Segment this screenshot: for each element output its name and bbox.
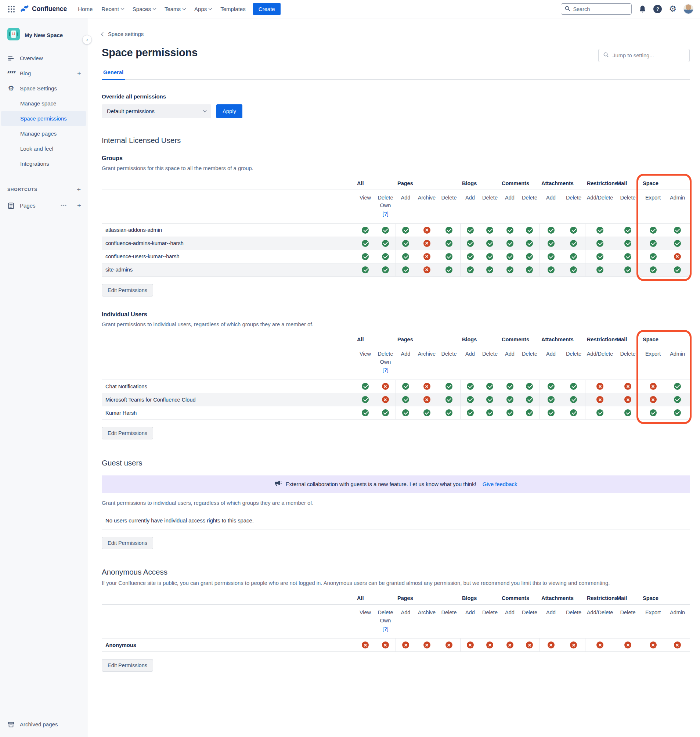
- nav-item-teams[interactable]: Teams: [160, 0, 190, 18]
- top-navigation: Confluence HomeRecentSpacesTeamsAppsTemp…: [0, 0, 700, 18]
- column-add: Add: [460, 605, 480, 638]
- edit-groups-permissions-button[interactable]: Edit Permissions: [102, 284, 153, 296]
- permission-cell: [665, 393, 690, 406]
- permission-cell: [460, 638, 480, 652]
- permission-cell: [438, 406, 460, 420]
- check-icon: [362, 266, 369, 273]
- permissions-table: AllPagesBlogsCommentsAttachmentsRestrict…: [102, 592, 690, 652]
- sidebar-item-look-and-feel[interactable]: Look and feel: [0, 141, 87, 156]
- permission-cell: [355, 638, 375, 652]
- permission-cell: [460, 406, 480, 420]
- delete-own-help-link[interactable]: [?]: [375, 366, 396, 374]
- nav-menu: HomeRecentSpacesTeamsAppsTemplates: [74, 0, 250, 18]
- search-input[interactable]: [573, 6, 624, 12]
- sidebar-item-label: Archived pages: [20, 721, 58, 727]
- permission-cell: [375, 250, 396, 263]
- edit-guest-permissions-button[interactable]: Edit Permissions: [102, 537, 153, 549]
- settings-icon[interactable]: ⚙: [669, 5, 676, 13]
- give-feedback-link[interactable]: Give feedback: [482, 481, 518, 487]
- column-group-pages: Pages: [396, 333, 460, 346]
- check-icon: [402, 253, 409, 260]
- row-name: confluence-users-kumar--harsh: [102, 250, 355, 263]
- check-icon: [650, 266, 657, 273]
- global-search[interactable]: [561, 3, 632, 15]
- nav-item-apps[interactable]: Apps: [190, 0, 216, 18]
- space-header[interactable]: My New Space: [0, 18, 87, 51]
- cross-icon: [596, 641, 603, 649]
- edit-individual-permissions-button[interactable]: Edit Permissions: [102, 427, 153, 439]
- column-group-all: All: [355, 177, 396, 190]
- anonymous-access-description: If your Confluence site is public, you c…: [102, 580, 690, 586]
- check-icon: [526, 266, 533, 273]
- check-icon: [624, 253, 631, 260]
- column-export: Export: [641, 346, 665, 380]
- check-icon: [446, 396, 453, 403]
- check-icon: [446, 240, 453, 247]
- cross-icon: [624, 641, 631, 649]
- tab-general[interactable]: General: [102, 69, 125, 80]
- check-icon: [674, 266, 681, 273]
- nav-item-spaces[interactable]: Spaces: [128, 0, 160, 18]
- check-icon: [570, 396, 577, 403]
- sidebar-item-blog[interactable]: ”” Blog +: [0, 66, 87, 81]
- nav-item-home[interactable]: Home: [74, 0, 97, 18]
- check-icon: [596, 253, 603, 260]
- delete-own-help-link[interactable]: [?]: [375, 625, 396, 633]
- confluence-brand[interactable]: Confluence: [20, 4, 67, 15]
- jump-to-setting-search[interactable]: [598, 49, 690, 62]
- permission-cell: [641, 406, 665, 420]
- sidebar-item-manage-space[interactable]: Manage space: [0, 96, 87, 111]
- permission-cell: [615, 237, 641, 250]
- edit-anonymous-permissions-button[interactable]: Edit Permissions: [102, 659, 153, 672]
- chevron-down-icon: [203, 109, 207, 112]
- avatar[interactable]: [684, 4, 693, 14]
- sidebar-item-space-permissions[interactable]: Space permissions: [1, 111, 86, 126]
- more-icon[interactable]: •••: [60, 203, 67, 208]
- nav-item-label: Apps: [194, 6, 207, 12]
- help-icon[interactable]: ?: [653, 5, 662, 13]
- permission-cell: [500, 237, 520, 250]
- row-name: Chat Notifications: [102, 380, 355, 393]
- individual-users-heading: Individual Users: [102, 311, 690, 318]
- sidebar-item-integrations[interactable]: Integrations: [0, 156, 87, 171]
- cross-icon: [486, 641, 493, 649]
- apply-button[interactable]: Apply: [216, 104, 243, 118]
- sidebar-item-archived-pages[interactable]: Archived pages: [0, 717, 87, 732]
- add-blog-icon[interactable]: +: [77, 70, 81, 77]
- column-delete: Delete: [615, 190, 641, 223]
- column-delete: Delete: [438, 605, 460, 638]
- permission-cell: [438, 393, 460, 406]
- column-delete: Delete: [562, 346, 585, 380]
- nav-item-templates[interactable]: Templates: [216, 0, 250, 18]
- add-page-icon[interactable]: +: [77, 202, 81, 209]
- app-switcher-icon[interactable]: [7, 4, 16, 14]
- nav-item-label: Home: [78, 6, 93, 12]
- space-name: My New Space: [25, 32, 63, 38]
- check-icon: [467, 240, 474, 247]
- check-icon: [526, 227, 533, 234]
- permission-cell: [355, 263, 375, 276]
- column-group-comments: Comments: [500, 177, 540, 190]
- delete-own-help-link[interactable]: [?]: [375, 210, 396, 218]
- cross-icon: [424, 240, 431, 247]
- breadcrumb[interactable]: Space settings: [102, 31, 144, 37]
- check-icon: [526, 396, 533, 403]
- permission-cell: [540, 237, 562, 250]
- create-button[interactable]: Create: [253, 3, 281, 15]
- sidebar-item-space-settings[interactable]: ⚙ Space Settings: [0, 81, 87, 96]
- check-icon: [362, 240, 369, 247]
- jump-to-setting-input[interactable]: [613, 53, 681, 58]
- check-icon: [446, 409, 453, 416]
- sidebar-item-pages[interactable]: Pages ••• +: [0, 198, 87, 213]
- override-permissions-select[interactable]: Default permissions: [102, 104, 211, 118]
- notifications-icon[interactable]: [639, 5, 646, 13]
- permission-cell: [641, 237, 665, 250]
- sidebar-item-overview[interactable]: Overview: [0, 51, 87, 66]
- nav-item-recent[interactable]: Recent: [97, 0, 128, 18]
- permission-cell: [460, 263, 480, 276]
- permission-cell: [460, 393, 480, 406]
- sidebar-item-manage-pages[interactable]: Manage pages: [0, 126, 87, 141]
- add-shortcut-icon[interactable]: +: [77, 186, 81, 193]
- column-delete: Delete: [480, 605, 500, 638]
- collapse-sidebar-button[interactable]: ‹: [82, 35, 92, 44]
